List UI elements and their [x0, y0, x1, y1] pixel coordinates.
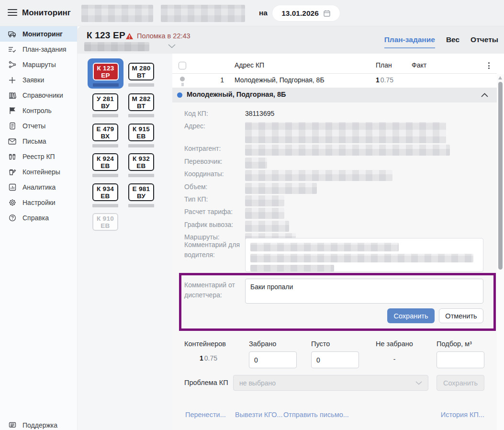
sidebar-item-analytics[interactable]: Аналитика: [0, 180, 77, 195]
driver-comment-textarea[interactable]: [245, 238, 483, 272]
link-send-letter[interactable]: Отправить письмо...: [283, 411, 349, 419]
plate-item[interactable]: М 282ВТ: [128, 93, 154, 117]
table-menu-icon[interactable]: [484, 61, 493, 70]
cancel-button[interactable]: Отменить: [439, 308, 483, 323]
sidebar-item-control[interactable]: Контроль: [0, 103, 77, 118]
plate-progress-bar: [92, 144, 118, 147]
container-edit-icon: [8, 168, 16, 176]
scroll-up-arrow-icon[interactable]: [498, 76, 502, 79]
plate-item[interactable]: Е 981ВУ: [128, 183, 154, 207]
redacted-text: [250, 265, 334, 272]
sidebar-item-requests[interactable]: Заявки: [0, 72, 77, 88]
expanded-stop-header[interactable]: Молодежный, Подгорная, 8Б: [172, 88, 497, 102]
link-transfer[interactable]: Перенести...: [185, 411, 226, 419]
save-button[interactable]: Сохранить: [387, 308, 435, 323]
date-picker[interactable]: 13.01.2026: [272, 5, 340, 21]
chevron-up-icon[interactable]: [481, 93, 488, 97]
sidebar-item-label: Настройки: [22, 199, 56, 206]
route-icon: [8, 61, 16, 69]
mail-icon: [8, 137, 16, 146]
field-label: График вывоза:: [184, 219, 245, 228]
sidebar-item-label: Письма: [22, 137, 46, 145]
sidebar-item-settings[interactable]: Настройки: [0, 195, 77, 210]
table-row[interactable]: 1 Молодежный, Подгорная, 8Б 10.75: [172, 74, 497, 88]
plate-item[interactable]: Е 479ВХ: [92, 124, 118, 147]
sidebar-item-label: Контейнеры: [22, 168, 60, 176]
field-label: Тип КП:: [184, 194, 245, 203]
sidebar-item-plan-tasks[interactable]: План-задания: [0, 42, 77, 57]
field-label: Расчет тарифа:: [184, 206, 245, 215]
tab-reports[interactable]: Отчеты: [470, 35, 498, 48]
link-kp-history[interactable]: История КП...: [441, 411, 484, 419]
plate-item[interactable]: У 281ВУ: [92, 93, 118, 117]
field-label: Перевозчик:: [184, 156, 245, 165]
sidebar-item-label: Мониторинг: [22, 30, 63, 38]
field-label: Код КП:: [184, 108, 245, 117]
hamburger-menu-icon[interactable]: [8, 9, 17, 17]
redacted-field-value: [245, 145, 450, 156]
plate-item[interactable]: К 932ЕВ: [128, 153, 154, 177]
plate-progress-bar: [92, 114, 118, 117]
column-plan: План: [376, 61, 392, 69]
redacted-field-value: [245, 195, 284, 206]
sidebar-item-letters[interactable]: Письма: [0, 134, 77, 149]
scrollbar-thumb[interactable]: [498, 82, 503, 270]
sidebar-item-help[interactable]: Справка: [0, 210, 77, 226]
select-all-checkbox[interactable]: [179, 62, 186, 69]
sidebar-item-monitoring[interactable]: Мониторинг: [0, 26, 77, 42]
redacted-vehicle-selector[interactable]: [84, 42, 149, 51]
plate-progress-bar: [128, 144, 154, 147]
plate-item[interactable]: К 915ЕВ: [128, 124, 154, 147]
plate-progress-bar: [92, 204, 118, 207]
task-list-icon: [8, 45, 16, 54]
vertical-scrollbar[interactable]: [497, 74, 504, 430]
sidebar-item-containers[interactable]: Контейнеры: [0, 164, 77, 180]
not-taken-label: Не забрано: [376, 340, 413, 348]
plate-item[interactable]: К 924ЕВ: [92, 153, 118, 177]
sidebar-item-kp-registry[interactable]: Реестр КП: [0, 149, 77, 164]
containers-value: 10.75: [184, 354, 226, 362]
empty-input[interactable]: [311, 351, 359, 368]
redacted-field-value: [245, 221, 289, 232]
tab-weight[interactable]: Вес: [446, 35, 459, 48]
dispatcher-comment-highlight: Комментарий от диспетчера: Баки пропали …: [179, 273, 496, 331]
field-label: Контрагент:: [184, 143, 245, 152]
breakdown-alert: Поломка в 22:43: [125, 32, 190, 40]
analytics-icon: [8, 183, 16, 192]
plate-item[interactable]: М 280ВТ: [128, 63, 154, 87]
row-number: 1: [214, 76, 224, 84]
plate-item-disabled[interactable]: К 910ЕВ: [92, 213, 118, 231]
chevron-down-icon[interactable]: [168, 44, 176, 48]
redacted-field-value: [245, 183, 317, 194]
dispatcher-comment-textarea[interactable]: Баки пропали: [245, 279, 483, 304]
plate-progress-bar: [128, 114, 154, 117]
dispatcher-comment-label: Комментарий от диспетчера:: [184, 280, 243, 300]
column-fact: Факт: [412, 61, 426, 69]
sidebar-item-directories[interactable]: Справочники: [0, 88, 77, 103]
taken-input[interactable]: [249, 351, 297, 368]
sidebar-item-label: Поддержка: [22, 421, 57, 429]
sidebar-item-label: Отчеты: [22, 122, 45, 130]
plate-item[interactable]: К 934ЕВ: [92, 183, 118, 207]
redacted-text: [250, 254, 473, 262]
plate-selected[interactable]: К 123 ЕР: [88, 58, 123, 89]
chevron-down-icon: [415, 381, 422, 385]
plate-number: Е 981ВУ: [128, 183, 154, 201]
report-icon: [8, 122, 16, 130]
problem-select[interactable]: не выбрано: [233, 375, 428, 391]
sidebar-item-support[interactable]: Поддержка: [0, 418, 78, 430]
vehicle-plates-panel: К 123 ЕР М 280ВТ У 281ВУ М 282ВТ Е 479ВХ…: [78, 54, 172, 430]
books-icon: [8, 91, 16, 100]
problem-save-button[interactable]: Сохранить: [437, 375, 484, 391]
date-value: 13.01.2026: [281, 9, 319, 18]
pickup-input[interactable]: [437, 351, 484, 368]
link-remove-kgo[interactable]: Вывезти КГО...: [235, 411, 283, 419]
plate-progress-bar: [93, 83, 119, 87]
plate-number: У 281ВУ: [92, 93, 118, 111]
plate-number: К 932ЕВ: [128, 153, 154, 171]
sidebar-item-routes[interactable]: Маршруты: [0, 57, 77, 72]
sidebar-item-reports[interactable]: Отчеты: [0, 118, 77, 134]
tab-plan-task[interactable]: План-задание: [384, 35, 435, 48]
problem-label: Проблема КП: [184, 379, 228, 386]
vehicle-plate-title: К 123 ЕР: [87, 30, 125, 41]
